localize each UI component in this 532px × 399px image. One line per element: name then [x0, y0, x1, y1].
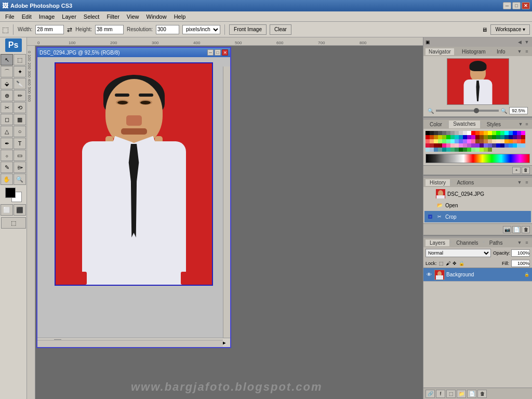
color-swatch[interactable]: [517, 135, 521, 139]
panel-collapse-btn[interactable]: ◀: [516, 39, 523, 45]
color-swatch[interactable]: [442, 148, 446, 152]
color-swatch[interactable]: [513, 139, 517, 143]
tab-styles[interactable]: Styles: [483, 121, 505, 128]
eraser-tool[interactable]: ◻: [1, 114, 13, 125]
color-swatch[interactable]: [446, 139, 450, 143]
type-tool[interactable]: T: [14, 138, 26, 149]
color-swatch[interactable]: [467, 143, 471, 148]
color-swatch[interactable]: [492, 131, 496, 135]
doc-minimize-btn[interactable]: ─: [207, 49, 214, 56]
history-item-open-file[interactable]: DSC_0294.JPG: [424, 188, 531, 200]
resolution-unit-select[interactable]: pixels/inch pixels/cm: [182, 25, 220, 34]
color-swatch[interactable]: [438, 135, 442, 139]
fill-input[interactable]: [511, 260, 530, 267]
tab-navigator[interactable]: Navigator: [425, 48, 454, 55]
color-swatch[interactable]: [488, 143, 492, 148]
layer-link-btn[interactable]: 🔗: [425, 390, 435, 398]
color-swatch[interactable]: [463, 143, 467, 148]
lock-move-icon[interactable]: ✥: [453, 261, 457, 266]
color-swatch[interactable]: [513, 131, 517, 135]
color-swatch[interactable]: [500, 139, 504, 143]
tab-paths[interactable]: Paths: [485, 240, 507, 246]
crop-tool[interactable]: ⬙: [1, 78, 13, 89]
color-swatch[interactable]: [504, 135, 509, 139]
brush-tool[interactable]: ✏: [14, 90, 26, 101]
layer-new-btn[interactable]: 📄: [467, 390, 476, 398]
layer-mode-select[interactable]: Normal Multiply Screen: [425, 249, 491, 257]
color-swatch[interactable]: [446, 148, 450, 152]
color-swatch[interactable]: [500, 131, 504, 135]
color-swatch[interactable]: [442, 139, 446, 143]
color-swatch[interactable]: [488, 139, 492, 143]
color-panel-options-btn[interactable]: ≡: [524, 121, 530, 127]
color-swatch[interactable]: [459, 143, 463, 148]
swatches-new-btn[interactable]: +: [512, 167, 521, 174]
tab-actions[interactable]: Actions: [453, 179, 478, 186]
tab-layers[interactable]: Layers: [425, 240, 449, 246]
navigator-collapse-btn[interactable]: ▼: [516, 48, 523, 55]
color-swatch[interactable]: [430, 148, 434, 152]
color-swatch[interactable]: [459, 135, 463, 139]
color-swatch[interactable]: [425, 139, 430, 143]
history-collapse-btn[interactable]: ▼: [516, 179, 523, 185]
maximize-button[interactable]: □: [512, 2, 521, 9]
eyedropper-tool[interactable]: ⌲: [14, 162, 26, 173]
color-swatch[interactable]: [446, 143, 450, 148]
layer-opacity-input[interactable]: [511, 249, 530, 257]
menu-view[interactable]: View: [124, 12, 142, 21]
color-swatch[interactable]: [496, 143, 500, 148]
color-swatch[interactable]: [467, 148, 471, 152]
zoom-value-input[interactable]: [509, 107, 528, 114]
color-swatch[interactable]: [434, 131, 438, 135]
navigator-options-btn[interactable]: ≡: [524, 48, 530, 55]
color-swatch[interactable]: [496, 131, 500, 135]
delete-history-btn[interactable]: 🗑: [522, 226, 530, 233]
color-swatch[interactable]: [475, 131, 480, 135]
lock-transparency-icon[interactable]: ⬚: [439, 261, 444, 266]
color-swatch[interactable]: [504, 139, 509, 143]
color-swatch[interactable]: [471, 135, 475, 139]
gradient-tool[interactable]: ▦: [14, 114, 26, 125]
doc-maximize-btn[interactable]: □: [215, 49, 221, 56]
color-swatch[interactable]: [504, 143, 509, 148]
create-snapshot-btn[interactable]: 📷: [503, 226, 511, 233]
color-swatch[interactable]: [450, 135, 455, 139]
layer-visibility-toggle[interactable]: 👁: [425, 271, 433, 278]
healing-tool[interactable]: ⊕: [1, 90, 13, 101]
color-swatch[interactable]: [459, 139, 463, 143]
hand-tool[interactable]: ✋: [1, 174, 13, 185]
color-swatch[interactable]: [480, 143, 484, 148]
layer-group-btn[interactable]: 📁: [457, 390, 466, 398]
tab-color[interactable]: Color: [425, 121, 446, 128]
menu-help[interactable]: Help: [171, 12, 189, 21]
menu-select[interactable]: Select: [81, 12, 103, 21]
path-selection-tool[interactable]: ⬦: [1, 150, 13, 161]
screen-mode-btn[interactable]: ⬚: [1, 217, 26, 229]
color-swatch[interactable]: [471, 139, 475, 143]
standard-mode-btn[interactable]: ⬜: [1, 204, 13, 216]
color-swatch[interactable]: [450, 139, 455, 143]
color-swatch[interactable]: [484, 131, 488, 135]
color-swatch[interactable]: [509, 139, 513, 143]
blur-tool[interactable]: △: [1, 126, 13, 137]
history-options-btn[interactable]: ≡: [524, 179, 530, 185]
color-swatch[interactable]: [492, 139, 496, 143]
color-swatch[interactable]: [509, 135, 513, 139]
height-input[interactable]: [95, 25, 124, 34]
color-swatch[interactable]: [496, 139, 500, 143]
color-swatch[interactable]: [492, 143, 496, 148]
zoom-slider[interactable]: [436, 110, 499, 112]
tab-histogram[interactable]: Histogram: [459, 48, 489, 55]
color-swatch[interactable]: [475, 135, 480, 139]
tab-info[interactable]: Info: [494, 48, 509, 55]
color-swatch[interactable]: [513, 135, 517, 139]
color-swatch[interactable]: [488, 131, 492, 135]
color-swatch[interactable]: [446, 131, 450, 135]
panel-options-btn[interactable]: ▼: [524, 39, 530, 45]
tab-swatches[interactable]: Swatches: [449, 121, 480, 128]
history-item-crop[interactable]: → ✂ Crop: [424, 211, 531, 222]
color-swatch[interactable]: [500, 135, 504, 139]
color-swatch[interactable]: [425, 143, 430, 148]
color-swatch[interactable]: [480, 135, 484, 139]
color-swatch[interactable]: [463, 131, 467, 135]
